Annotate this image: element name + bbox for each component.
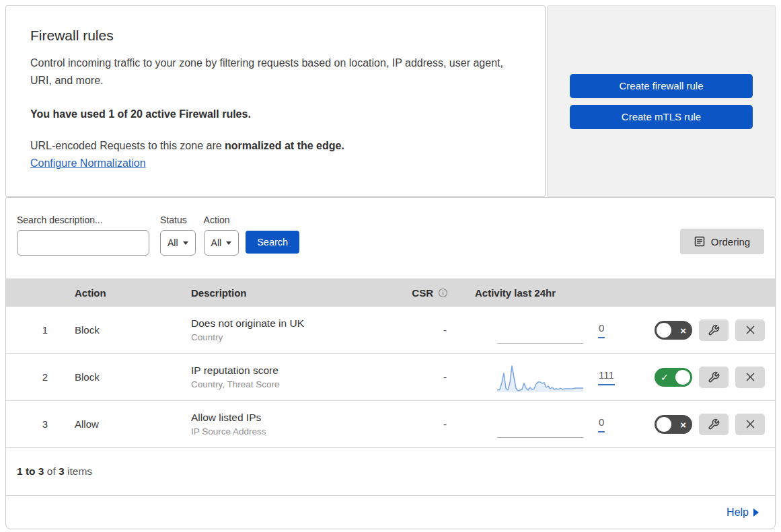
delete-rule-button[interactable] <box>735 319 765 341</box>
status-label: Status <box>160 215 196 225</box>
column-description: Description <box>191 287 386 299</box>
rule-criteria: Country <box>191 332 386 342</box>
table-row: 1 Block Does not originate in UK Country… <box>6 307 775 354</box>
rule-controls: ✓ × <box>622 414 775 435</box>
column-activity: Activity last 24hr <box>460 287 622 299</box>
help-bar: Help <box>6 495 775 529</box>
action-label: Action <box>204 215 239 225</box>
action-filter-group: Action All <box>204 215 239 256</box>
rule-description-cell: Allow listed IPs IP Source Address <box>191 412 386 436</box>
rule-activity-cell: 111 <box>460 363 622 392</box>
rule-csr-value: - <box>386 371 460 383</box>
search-label: Search description... <box>17 215 149 225</box>
configure-normalization-link[interactable]: Configure Normalization <box>30 157 146 169</box>
x-icon: × <box>680 419 686 429</box>
usage-summary: You have used 1 of 20 active Firewall ru… <box>30 108 521 120</box>
header-region: Firewall rules Control incoming traffic … <box>5 5 776 197</box>
actions-panel: Create firewall rule Create mTLS rule <box>547 5 776 197</box>
wrench-icon <box>708 324 720 336</box>
normalization-note-bold: normalized at the edge. <box>225 140 344 151</box>
rule-controls: ✓ × <box>622 319 775 341</box>
rule-csr-value: - <box>386 324 460 336</box>
chevron-down-icon <box>226 241 231 245</box>
wrench-icon <box>708 418 720 430</box>
toggle-knob <box>675 370 690 385</box>
activity-count-link[interactable]: 111 <box>598 369 615 385</box>
rule-enabled-toggle[interactable]: ✓ × <box>655 368 692 387</box>
ordering-list-icon <box>694 236 705 247</box>
status-filter-group: Status All <box>160 215 196 256</box>
rule-description: IP reputation score <box>191 365 386 377</box>
activity-count-link[interactable]: 0 <box>598 322 605 338</box>
pagination-range: 1 to 3 <box>17 465 44 477</box>
status-dropdown[interactable]: All <box>160 230 196 256</box>
rule-action: Allow <box>73 418 191 430</box>
action-dropdown-value: All <box>211 237 222 248</box>
intro-card: Firewall rules Control incoming traffic … <box>5 5 546 197</box>
ordering-button[interactable]: Ordering <box>680 229 764 254</box>
table-header: Action Description CSR Activity last 24h… <box>6 278 775 307</box>
normalization-note: URL-encoded Requests to this zone are no… <box>30 140 521 152</box>
normalization-note-text: URL-encoded Requests to this zone are <box>30 140 225 151</box>
delete-rule-button[interactable] <box>735 367 765 388</box>
rule-priority-number: 2 <box>6 371 73 383</box>
delete-rule-button[interactable] <box>735 414 765 435</box>
x-icon <box>745 372 755 382</box>
rule-enabled-toggle[interactable]: ✓ × <box>655 321 692 340</box>
rule-description-cell: IP reputation score Country, Threat Scor… <box>191 365 386 389</box>
rule-priority-number: 3 <box>6 418 73 430</box>
help-link-label: Help <box>727 506 749 519</box>
create-firewall-rule-button[interactable]: Create firewall rule <box>570 74 753 98</box>
rule-criteria: Country, Threat Score <box>191 379 386 389</box>
status-dropdown-value: All <box>168 237 178 248</box>
wrench-icon <box>708 371 720 383</box>
rule-action: Block <box>73 324 191 336</box>
page-description: Control incoming traffic to your zone by… <box>30 54 507 89</box>
rule-csr-value: - <box>386 418 460 430</box>
ordering-button-label: Ordering <box>711 236 750 248</box>
activity-count-link[interactable]: 0 <box>598 416 605 432</box>
column-csr-label: CSR <box>412 287 433 299</box>
arrow-right-icon <box>753 508 759 517</box>
rule-activity-cell: 0 <box>460 317 622 344</box>
rule-action: Block <box>73 371 191 383</box>
table-row: 2 Block IP reputation score Country, Thr… <box>6 354 775 401</box>
search-box[interactable] <box>17 230 149 256</box>
action-dropdown[interactable]: All <box>204 230 239 256</box>
rule-enabled-toggle[interactable]: ✓ × <box>655 415 692 434</box>
help-link[interactable]: Help <box>727 506 759 519</box>
edit-rule-button[interactable] <box>699 319 729 341</box>
x-icon <box>745 419 755 429</box>
rule-description: Does not originate in UK <box>191 317 386 330</box>
create-mtls-rule-button[interactable]: Create mTLS rule <box>570 105 753 129</box>
table-row: 3 Allow Allow listed IPs IP Source Addre… <box>6 401 775 448</box>
x-icon: × <box>680 325 686 335</box>
edit-rule-button[interactable] <box>699 367 729 388</box>
search-input[interactable] <box>31 231 153 255</box>
rule-description-cell: Does not originate in UK Country <box>191 317 386 342</box>
info-icon[interactable] <box>438 288 448 298</box>
rule-controls: ✓ × <box>622 367 775 388</box>
chevron-down-icon <box>183 241 188 245</box>
search-button[interactable]: Search <box>246 231 299 254</box>
rule-activity-cell: 0 <box>460 411 622 438</box>
pagination-summary: 1 to 3 of 3 items <box>6 448 775 495</box>
pagination-total: 3 <box>59 465 65 477</box>
rule-priority-number: 1 <box>6 324 73 336</box>
page-title: Firewall rules <box>30 28 521 44</box>
pagination-items: items <box>67 465 92 478</box>
filter-bar: Search description... Status All Action … <box>6 198 775 278</box>
pagination-of: of <box>47 465 56 478</box>
toggle-knob <box>657 417 671 432</box>
column-csr: CSR <box>386 287 460 299</box>
rule-description: Allow listed IPs <box>191 412 386 424</box>
edit-rule-button[interactable] <box>699 414 729 435</box>
check-icon: ✓ <box>661 372 669 381</box>
toggle-knob <box>657 323 671 338</box>
column-action: Action <box>73 287 191 299</box>
activity-sparkline-flat <box>497 317 583 344</box>
rule-criteria: IP Source Address <box>191 426 386 436</box>
activity-sparkline <box>497 363 583 392</box>
search-group: Search description... <box>17 215 149 256</box>
activity-sparkline-flat <box>497 411 583 438</box>
